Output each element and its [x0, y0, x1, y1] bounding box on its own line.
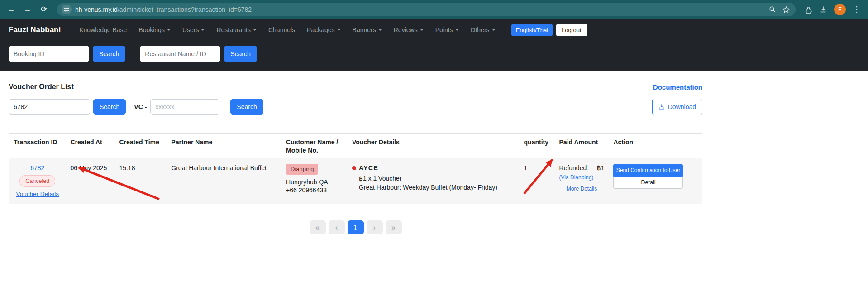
partner-name-cell: Great Harbour International Buffet — [167, 158, 281, 204]
logout-button[interactable]: Log out — [556, 24, 587, 36]
first-page-button[interactable]: « — [310, 220, 326, 234]
page-1-button[interactable]: 1 — [348, 220, 364, 234]
caret-down-icon — [167, 29, 171, 31]
send-confirmation-button[interactable]: Send Confirmation to User — [613, 164, 683, 177]
col-header-paid-amount: Paid Amount — [555, 134, 609, 158]
nav-item-banners[interactable]: Banners — [347, 26, 388, 33]
brand-link[interactable]: Fauzi Nabbani — [9, 25, 61, 34]
download-button[interactable]: Download — [652, 99, 702, 115]
nav-item-channels[interactable]: Channels — [262, 26, 301, 33]
pagination: « ‹ 1 › » — [9, 220, 702, 234]
url-host: hh-venus.my.id — [75, 6, 118, 13]
language-toggle-button[interactable]: English/Thai — [511, 24, 553, 36]
nav-item-label: Others — [471, 26, 490, 33]
download-label: Download — [668, 103, 696, 110]
nav-item-restaurants[interactable]: Restaurants — [210, 26, 262, 33]
restaurant-search-input[interactable] — [140, 46, 220, 62]
magnifier-icon[interactable] — [769, 6, 776, 13]
address-bar[interactable]: hh-venus.my.id/admin/ticket_transactions… — [57, 3, 796, 16]
col-header-created-at: Created At — [66, 134, 114, 158]
nav-item-label: Banners — [353, 26, 376, 33]
back-button[interactable]: ← — [5, 3, 18, 16]
voucher-name: Great Harbour: Weekday Buffet (Monday- F… — [352, 183, 515, 191]
browser-menu-icon[interactable]: ⋮ — [853, 5, 861, 14]
col-header-action: Action — [609, 134, 702, 158]
nav-item-reviews[interactable]: Reviews — [388, 26, 429, 33]
nav-item-packages[interactable]: Packages — [301, 26, 346, 33]
status-badge: Canceled — [19, 175, 55, 187]
forward-button[interactable]: → — [21, 3, 34, 16]
transaction-search-button[interactable]: Search — [93, 99, 126, 115]
created-time-cell: 15:18 — [114, 158, 167, 204]
next-page-button[interactable]: › — [367, 220, 383, 234]
paid-via: (Via Dianping) — [559, 173, 605, 182]
nav-item-label: Restaurants — [216, 26, 250, 33]
paid-amount: ฿1 — [597, 164, 605, 172]
bookmark-star-icon[interactable] — [782, 6, 790, 14]
url-path: /admin/ticket_transactions?transaction_i… — [118, 6, 252, 13]
url-text: hh-venus.my.id/admin/ticket_transactions… — [75, 6, 252, 13]
voucher-qty-line: ฿1 x 1 Voucher — [352, 174, 515, 182]
nav-item-label: Channels — [268, 26, 295, 33]
nav-item-label: Bookings — [138, 26, 165, 33]
nav-item-label: Points — [435, 26, 453, 33]
caret-down-icon — [378, 29, 382, 31]
caret-down-icon — [455, 29, 459, 31]
booking-id-input[interactable] — [9, 46, 89, 62]
voucher-details-link[interactable]: Voucher Details — [16, 190, 59, 198]
col-header-created-time: Created Time — [114, 134, 167, 158]
table-row: 6782 Canceled Voucher Details 06 May 202… — [9, 158, 702, 204]
download-icon — [658, 104, 665, 110]
transaction-id-input[interactable] — [9, 99, 90, 115]
col-header-quantity: quantity — [520, 134, 555, 158]
more-details-link[interactable]: More Details — [559, 185, 605, 193]
caret-down-icon — [420, 29, 424, 31]
nav-item-label: Reviews — [394, 26, 418, 33]
nav-item-label: Knowledge Base — [79, 26, 127, 33]
nav-item-others[interactable]: Others — [465, 26, 501, 33]
caret-down-icon — [492, 29, 496, 31]
voucher-order-table: Transaction ID Created At Created Time P… — [9, 133, 702, 204]
voucher-code-input[interactable] — [150, 99, 219, 115]
customer-mobile: +66 20966433 — [286, 186, 343, 194]
caret-down-icon — [337, 29, 341, 31]
created-at-cell: 06 May 2025 — [66, 158, 114, 204]
col-header-transaction-id: Transaction ID — [9, 134, 66, 158]
downloads-icon[interactable] — [819, 5, 827, 14]
col-header-partner-name: Partner Name — [167, 134, 281, 158]
profile-avatar[interactable]: F — [834, 4, 846, 15]
transaction-id-link[interactable]: 6782 — [30, 164, 44, 172]
page-title: Voucher Order List — [9, 83, 74, 91]
nav-item-users[interactable]: Users — [176, 26, 211, 33]
extensions-icon[interactable] — [805, 6, 812, 14]
global-filter-bar: Search Search — [0, 41, 868, 71]
nav-item-label: Users — [182, 26, 199, 33]
quantity-cell: 1 — [520, 158, 555, 204]
table-header-row: Transaction ID Created At Created Time P… — [9, 134, 702, 158]
customer-name: Hungryhub QA — [286, 178, 343, 186]
restaurant-search-button[interactable]: Search — [224, 46, 257, 62]
caret-down-icon — [201, 29, 205, 31]
browser-toolbar: ← → ⟳ hh-venus.my.id/admin/ticket_transa… — [0, 0, 868, 19]
reload-button[interactable]: ⟳ — [37, 3, 51, 16]
col-header-customer: Customer Name / Mobile No. — [281, 134, 348, 158]
vc-search-button[interactable]: Search — [230, 99, 263, 115]
nav-item-points[interactable]: Points — [429, 26, 465, 33]
nav-item-knowledge-base[interactable]: Knowledge Base — [73, 26, 133, 33]
nav-item-label: Packages — [307, 26, 334, 33]
last-page-button[interactable]: » — [386, 220, 402, 234]
booking-search-button[interactable]: Search — [93, 46, 125, 62]
prev-page-button[interactable]: ‹ — [329, 220, 345, 234]
col-header-voucher-details: Voucher Details — [348, 134, 520, 158]
channel-badge: Dianping — [286, 164, 318, 175]
paid-status: Refunded — [559, 164, 587, 172]
site-navbar: Fauzi Nabbani Knowledge Base Bookings Us… — [0, 19, 868, 41]
documentation-link[interactable]: Documentation — [653, 83, 702, 91]
nav-item-bookings[interactable]: Bookings — [133, 26, 176, 33]
voucher-type: AYCE — [359, 164, 378, 172]
voucher-type-dot-icon — [352, 166, 356, 170]
vc-prefix-label: VC - — [134, 103, 147, 110]
detail-button[interactable]: Detail — [613, 177, 683, 189]
site-info-icon[interactable] — [62, 5, 72, 14]
main-content: Voucher Order List Documentation Search … — [9, 71, 702, 234]
